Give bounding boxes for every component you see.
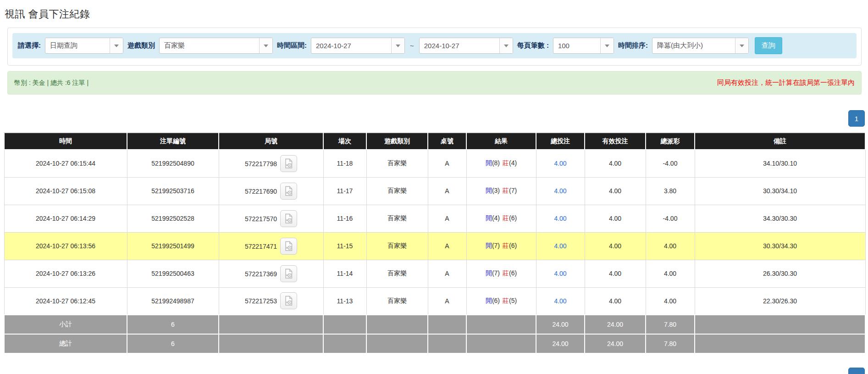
cell-session: 11-14 (323, 260, 366, 287)
cell-session: 11-18 (323, 150, 366, 177)
query-type-label: 請選擇: (18, 41, 41, 50)
table-header-row: 時間注單編號局號場次遊戲類別桌號結果總投注有效投注總派彩備註 (4, 133, 865, 150)
cell-remark: 30.30/34.10 (695, 177, 865, 205)
pagination-top: 1 (0, 110, 865, 127)
summary-label: 總計 (4, 334, 127, 353)
cell-payout: 4.00 (646, 287, 695, 315)
cell-total-bet: 4.00 (536, 232, 585, 260)
column-header-2: 局號 (219, 133, 323, 150)
time-sort-value: 降冪(由大到小) (652, 38, 735, 53)
cell-total-bet: 4.00 (536, 260, 585, 287)
page-1-button[interactable]: 1 (848, 110, 865, 127)
summary-count: 6 (127, 315, 219, 334)
column-header-5: 桌號 (428, 133, 466, 150)
cell-game-type: 百家樂 (366, 205, 428, 232)
query-type-value: 日期查詢 (45, 38, 110, 53)
query-type-select[interactable]: 日期查詢 (45, 38, 123, 54)
video-replay-button[interactable] (280, 155, 297, 172)
game-type-label: 遊戲類別 (127, 41, 155, 50)
video-file-icon (284, 158, 293, 169)
cell-round-id: 572217690 (219, 177, 323, 205)
table-summary-row: 總計 6 24.00 24.00 7.80 (4, 334, 865, 353)
cell-total-bet: 4.00 (536, 150, 585, 177)
total-bet-link[interactable]: 4.00 (554, 270, 566, 277)
page-1-button[interactable]: 1 (848, 368, 865, 374)
summary-payout: 7.80 (646, 315, 695, 334)
video-replay-button[interactable] (280, 238, 297, 255)
summary-count: 6 (127, 334, 219, 353)
cell-round-id: 572217253 (219, 287, 323, 315)
time-sort-select[interactable]: 降冪(由大到小) (652, 38, 749, 54)
cell-bet-id: 521992504890 (127, 150, 219, 177)
cell-bet-id: 521992501499 (127, 232, 219, 260)
video-file-icon (284, 186, 293, 196)
cell-valid-bet: 4.00 (585, 150, 646, 177)
cell-payout: 4.00 (646, 260, 695, 287)
cell-valid-bet: 4.00 (585, 205, 646, 232)
total-bet-link[interactable]: 4.00 (554, 297, 566, 305)
video-file-icon (284, 296, 293, 306)
cell-round-id: 572217471 (219, 232, 323, 260)
column-header-6: 結果 (466, 133, 536, 150)
total-bet-link[interactable]: 4.00 (554, 160, 566, 167)
cell-remark: 22.30/26.30 (695, 287, 865, 315)
cell-session: 11-15 (323, 232, 366, 260)
cell-valid-bet: 4.00 (585, 177, 646, 205)
column-header-8: 有效投注 (585, 133, 646, 150)
game-type-select[interactable]: 百家樂 (159, 38, 273, 54)
cell-table-code: A (428, 205, 466, 232)
video-file-icon (284, 213, 293, 224)
cell-valid-bet: 4.00 (585, 287, 646, 315)
total-bet-link[interactable]: 4.00 (554, 242, 566, 250)
cell-remark: 34.10/30.10 (695, 150, 865, 177)
cell-game-type: 百家樂 (366, 287, 428, 315)
cell-time: 2024-10-27 06:15:08 (4, 177, 127, 205)
time-range-label: 時間區間: (277, 41, 307, 50)
pagination-bottom: 1 (0, 368, 865, 374)
cell-result: 閒(7)莊(6) (466, 232, 536, 260)
currency-total-summary: 幣別 : 美金 | 總共 :6 注單 | (14, 79, 88, 87)
cell-bet-id: 521992502528 (127, 205, 219, 232)
cell-bet-id: 521992500463 (127, 260, 219, 287)
video-replay-button[interactable] (280, 292, 297, 309)
summary-label: 小計 (4, 315, 127, 334)
table-row: 2024-10-27 06:15:44 521992504890 5722177… (4, 150, 865, 177)
table-summary-row: 小計 6 24.00 24.00 7.80 (4, 315, 865, 334)
cell-total-bet: 4.00 (536, 205, 585, 232)
video-replay-button[interactable] (280, 210, 297, 227)
total-bet-link[interactable]: 4.00 (554, 187, 566, 195)
cell-game-type: 百家樂 (366, 260, 428, 287)
cell-remark: 34.30/30.30 (695, 205, 865, 232)
page-size-label: 每頁筆數 : (517, 41, 549, 50)
chevron-down-icon (735, 38, 748, 53)
cell-result: 閒(6)莊(5) (466, 287, 536, 315)
search-button[interactable]: 查詢 (755, 37, 782, 54)
video-replay-button[interactable] (280, 265, 297, 282)
page-size-value: 100 (553, 38, 600, 53)
chevron-down-icon (600, 38, 614, 53)
date-from-select[interactable]: 2024-10-27 (311, 38, 405, 54)
cell-time: 2024-10-27 06:12:45 (4, 287, 127, 315)
total-bet-link[interactable]: 4.00 (554, 215, 566, 222)
table-row: 2024-10-27 06:13:26 521992500463 5722173… (4, 260, 865, 287)
video-replay-button[interactable] (280, 183, 297, 200)
column-header-7: 總投注 (536, 133, 585, 150)
date-to-select[interactable]: 2024-10-27 (419, 38, 513, 54)
cell-table-code: A (428, 177, 466, 205)
cell-result: 閒(3)莊(7) (466, 177, 536, 205)
chevron-down-icon (499, 38, 513, 53)
betting-records-table: 時間注單編號局號場次遊戲類別桌號結果總投注有效投注總派彩備註 2024-10-2… (4, 132, 866, 354)
cell-payout: 4.00 (646, 232, 695, 260)
summary-total-bet: 24.00 (536, 334, 585, 353)
range-separator: ~ (409, 42, 415, 50)
column-header-0: 時間 (4, 133, 127, 150)
column-header-10: 備註 (695, 133, 865, 150)
betting-records-page: 視訊 會員下注紀錄 請選擇: 日期查詢 遊戲類別 百家樂 時間區間: 2024-… (0, 7, 868, 374)
cell-payout: -4.00 (646, 150, 695, 177)
cell-time: 2024-10-27 06:15:44 (4, 150, 127, 177)
video-file-icon (284, 268, 293, 279)
date-to-value: 2024-10-27 (420, 38, 499, 53)
cell-round-id: 572217570 (219, 205, 323, 232)
cell-round-id: 572217369 (219, 260, 323, 287)
page-size-select[interactable]: 100 (553, 38, 614, 54)
